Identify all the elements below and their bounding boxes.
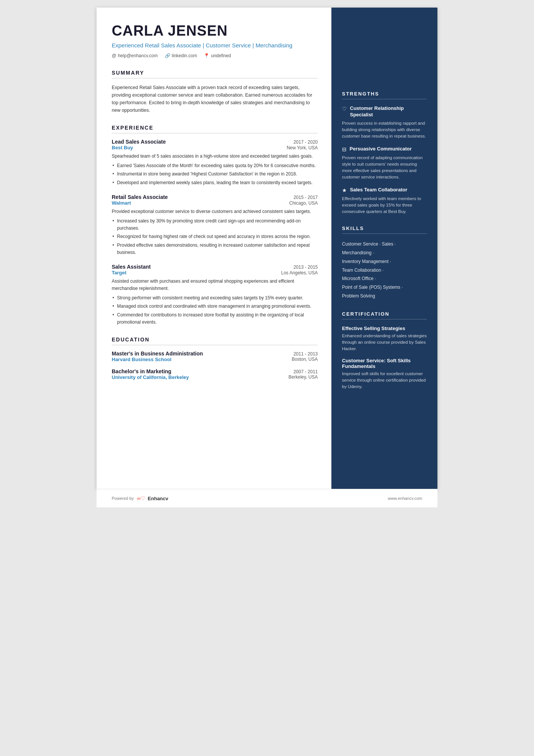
strength-description: Proven record of adapting communication … <box>342 155 427 181</box>
email-contact: @ help@enhancv.com <box>112 53 158 58</box>
exp-company: Target <box>112 270 126 275</box>
strength-description: Effectively worked with team members to … <box>342 196 427 215</box>
summary-section: SUMMARY Experienced Retail Sales Associa… <box>112 70 318 114</box>
exp-bullets: Increased sales by 30% by promoting stor… <box>112 218 318 256</box>
candidate-name: CARLA JENSEN <box>112 23 318 39</box>
right-column: STRENGTHS ♡ Customer Relationship Specia… <box>331 8 437 489</box>
exp-bullets: Earned 'Sales Associate of the Month' fo… <box>112 162 318 186</box>
exp-location: Los Angeles, USA <box>281 270 318 275</box>
exp-company: Best Buy <box>112 145 133 150</box>
bullet-item: Commended for contributions to increased… <box>112 311 318 326</box>
powered-by-text: Powered by <box>112 496 134 501</box>
exp-title: Sales Assistant <box>112 264 151 270</box>
edu-school: University of California, Berkeley <box>112 374 189 380</box>
exp-location: New York, USA <box>287 145 318 150</box>
skill-item: Inventory Management · <box>342 257 427 266</box>
strength-title: Sales Team Collaborator <box>350 187 407 193</box>
strength-title: Customer Relationship Specialist <box>350 105 427 118</box>
bullet-item: Provided effective sales demonstrations,… <box>112 242 318 256</box>
exp-bullets: Strong performer with consistent meeting… <box>112 294 318 326</box>
location-icon: 📍 <box>204 53 209 58</box>
strength-header: ⊟ Persuasive Communicator <box>342 146 427 153</box>
email-value: help@enhancv.com <box>118 53 158 58</box>
email-icon: @ <box>112 53 116 58</box>
bullet-item: Recognized for having highest rate of ch… <box>112 233 318 240</box>
strength-description: Proven success in establishing rapport a… <box>342 120 427 140</box>
bullet-item: Earned 'Sales Associate of the Month' fo… <box>112 162 318 169</box>
strength-title: Persuasive Communicator <box>350 146 412 152</box>
heart-icon: ∞♡ <box>137 495 145 501</box>
certification-list: Effective Selling Strategies Enhanced un… <box>342 326 427 390</box>
bullet-item: Instrumental in store being awarded 'Hig… <box>112 171 318 178</box>
cert-description: Enhanced understanding of sales strategi… <box>342 333 427 352</box>
experience-section: EXPERIENCE Lead Sales Associate 2017 - 2… <box>112 125 318 326</box>
strength-header: ★ Sales Team Collaborator <box>342 187 427 194</box>
strengths-section: STRENGTHS ♡ Customer Relationship Specia… <box>342 91 427 215</box>
edu-header: Bachelor's in Marketing 2007 - 2011 <box>112 368 318 374</box>
exp-company: Walmart <box>112 200 131 206</box>
left-column: CARLA JENSEN Experienced Retail Sales As… <box>97 8 331 489</box>
skill-item: Customer Service · Sales · <box>342 240 427 249</box>
exp-title: Lead Sales Associate <box>112 139 166 145</box>
skill-item: Problem Solving <box>342 292 427 301</box>
exp-company-row: Walmart Chicago, USA <box>112 200 318 206</box>
education-section: EDUCATION Master's in Business Administr… <box>112 337 318 380</box>
strength-header: ♡ Customer Relationship Specialist <box>342 105 427 118</box>
education-item: Bachelor's in Marketing 2007 - 2011 Univ… <box>112 368 318 380</box>
skill-item: Team Collaboration · <box>342 266 427 275</box>
footer-website: www.enhancv.com <box>388 496 422 501</box>
summary-text: Experienced Retail Sales Associate with … <box>112 84 318 114</box>
resume-header: CARLA JENSEN Experienced Retail Sales As… <box>112 23 318 58</box>
certification-title: CERTIFICATION <box>342 311 427 319</box>
footer: Powered by ∞♡ Enhancv www.enhancv.com <box>97 489 437 507</box>
strength-icon: ★ <box>342 187 347 194</box>
skills-list: Customer Service · Sales ·Merchandising … <box>342 240 427 301</box>
experience-list: Lead Sales Associate 2017 - 2020 Best Bu… <box>112 139 318 326</box>
resume-page: CARLA JENSEN Experienced Retail Sales As… <box>97 8 437 489</box>
cert-title: Customer Service: Soft Skills Fundamenta… <box>342 358 427 369</box>
footer-left: Powered by ∞♡ Enhancv <box>112 495 168 501</box>
exp-date: 2013 - 2015 <box>294 265 318 270</box>
experience-title: EXPERIENCE <box>112 125 318 133</box>
cert-description: Improved soft skills for excellent custo… <box>342 371 427 390</box>
exp-description: Spearheaded team of 5 sales associates i… <box>112 153 318 160</box>
skill-item: Point of Sale (POS) Systems · <box>342 283 427 292</box>
edu-date: 2011 - 2013 <box>294 351 318 357</box>
exp-date: 2015 - 2017 <box>294 195 318 200</box>
exp-location: Chicago, USA <box>289 200 318 206</box>
cert-item: Effective Selling Strategies Enhanced un… <box>342 326 427 352</box>
education-item: Master's in Business Administration 2011… <box>112 351 318 362</box>
strength-icon: ⊟ <box>342 146 347 153</box>
edu-degree: Bachelor's in Marketing <box>112 368 171 374</box>
edu-degree: Master's in Business Administration <box>112 351 203 357</box>
location-value: undefined <box>211 53 231 58</box>
strengths-list: ♡ Customer Relationship Specialist Prove… <box>342 105 427 215</box>
summary-title: SUMMARY <box>112 70 318 78</box>
edu-school: Harvard Business School <box>112 357 172 362</box>
exp-title: Retail Sales Associate <box>112 194 168 200</box>
skills-section: SKILLS Customer Service · Sales ·Merchan… <box>342 225 427 301</box>
edu-header: Master's in Business Administration 2011… <box>112 351 318 357</box>
skills-title: SKILLS <box>342 225 427 234</box>
bullet-item: Developed and implemented weekly sales p… <box>112 179 318 186</box>
edu-location: Boston, USA <box>292 357 318 362</box>
experience-item: Sales Assistant 2013 - 2015 Target Los A… <box>112 264 318 326</box>
location-contact: 📍 undefined <box>204 53 231 58</box>
linkedin-contact: 🔗 linkedin.com <box>165 53 197 58</box>
strengths-title: STRENGTHS <box>342 91 427 99</box>
bullet-item: Increased sales by 30% by promoting stor… <box>112 218 318 232</box>
bullet-item: Strong performer with consistent meeting… <box>112 294 318 302</box>
brand-name: Enhancv <box>148 496 168 501</box>
experience-item: Lead Sales Associate 2017 - 2020 Best Bu… <box>112 139 318 186</box>
edu-school-row: University of California, Berkeley Berke… <box>112 374 318 380</box>
certification-section: CERTIFICATION Effective Selling Strategi… <box>342 311 427 390</box>
experience-item: Retail Sales Associate 2015 - 2017 Walma… <box>112 194 318 256</box>
exp-header: Lead Sales Associate 2017 - 2020 <box>112 139 318 145</box>
exp-header: Retail Sales Associate 2015 - 2017 <box>112 194 318 200</box>
exp-company-row: Best Buy New York, USA <box>112 145 318 150</box>
exp-date: 2017 - 2020 <box>294 139 318 145</box>
edu-date: 2007 - 2011 <box>294 369 318 374</box>
cert-item: Customer Service: Soft Skills Fundamenta… <box>342 358 427 390</box>
enhancv-logo: ∞♡ Enhancv <box>137 495 168 501</box>
bullet-item: Managed stock control and coordinated wi… <box>112 303 318 310</box>
